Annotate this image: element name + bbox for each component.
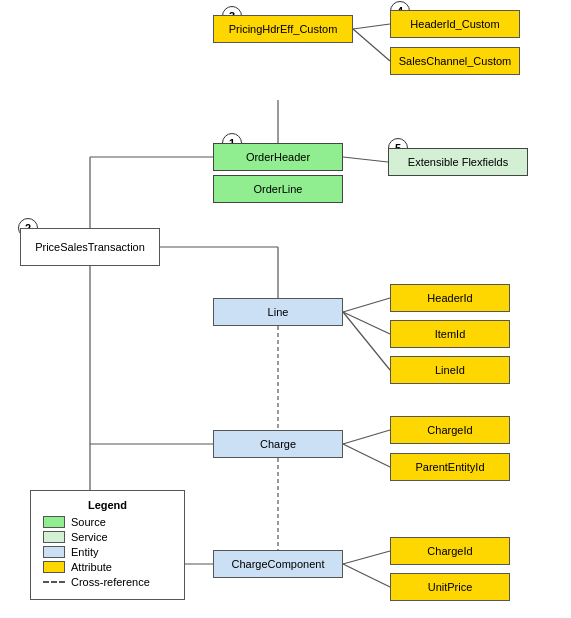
node-charge: Charge — [213, 430, 343, 458]
legend-crossref-label: Cross-reference — [71, 576, 150, 588]
legend-title: Legend — [43, 499, 172, 511]
node-pricing-hdr-eff: PricingHdrEff_Custom — [213, 15, 353, 43]
legend-attribute-swatch — [43, 561, 65, 573]
svg-line-3 — [343, 157, 388, 162]
svg-line-16 — [343, 564, 390, 587]
node-unit-price: UnitPrice — [390, 573, 510, 601]
node-charge-component: ChargeComponent — [213, 550, 343, 578]
legend-crossref-row: Cross-reference — [43, 576, 172, 588]
node-lineid: LineId — [390, 356, 510, 384]
svg-line-11 — [343, 312, 390, 334]
svg-line-1 — [353, 29, 390, 61]
legend-entity-swatch — [43, 546, 65, 558]
legend-service-row: Service — [43, 531, 172, 543]
node-order-line: OrderLine — [213, 175, 343, 203]
node-order-header: OrderHeader — [213, 143, 343, 171]
svg-line-13 — [343, 430, 390, 444]
svg-line-0 — [353, 24, 390, 29]
legend-service-swatch — [43, 531, 65, 543]
node-headerid-custom: HeaderId_Custom — [390, 10, 520, 38]
svg-line-12 — [343, 312, 390, 370]
node-chargeid2: ChargeId — [390, 537, 510, 565]
node-itemid: ItemId — [390, 320, 510, 348]
svg-line-14 — [343, 444, 390, 467]
diagram-container: 3 PricingHdrEff_Custom 4 HeaderId_Custom… — [0, 0, 571, 618]
legend-source-swatch — [43, 516, 65, 528]
legend-attribute-label: Attribute — [71, 561, 112, 573]
legend-entity-row: Entity — [43, 546, 172, 558]
node-saleschannel-custom: SalesChannel_Custom — [390, 47, 520, 75]
legend-crossref-swatch — [43, 581, 65, 583]
legend-box: Legend Source Service Entity Attribute C… — [30, 490, 185, 600]
node-line: Line — [213, 298, 343, 326]
node-parent-entity-id: ParentEntityId — [390, 453, 510, 481]
legend-entity-label: Entity — [71, 546, 99, 558]
svg-line-15 — [343, 551, 390, 564]
svg-line-10 — [343, 298, 390, 312]
node-headerid: HeaderId — [390, 284, 510, 312]
node-price-sales-transaction: PriceSalesTransaction — [20, 228, 160, 266]
legend-source-row: Source — [43, 516, 172, 528]
node-extensible-flexfields: Extensible Flexfields — [388, 148, 528, 176]
node-chargeid: ChargeId — [390, 416, 510, 444]
legend-source-label: Source — [71, 516, 106, 528]
legend-service-label: Service — [71, 531, 108, 543]
legend-attribute-row: Attribute — [43, 561, 172, 573]
